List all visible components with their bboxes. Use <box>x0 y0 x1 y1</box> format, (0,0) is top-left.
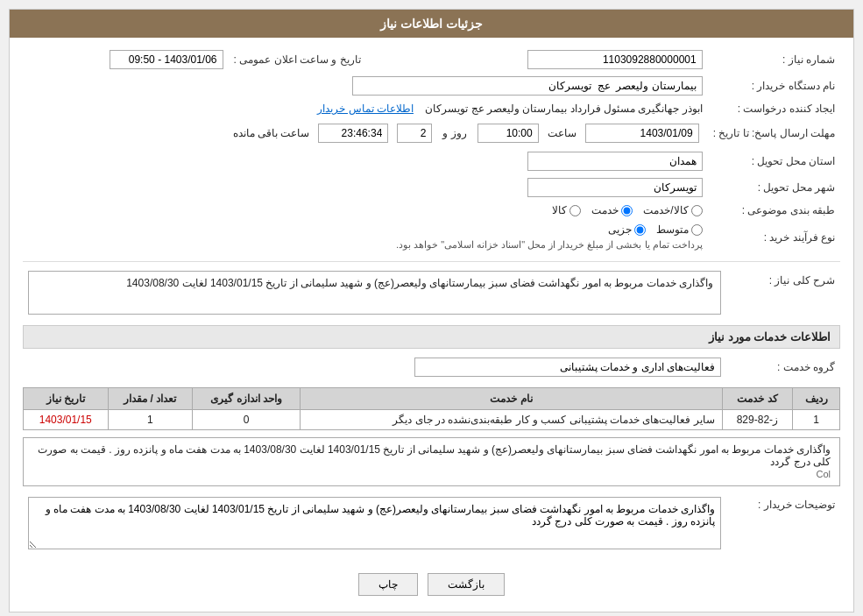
col-label: Col <box>816 469 831 479</box>
cell-row-num: 1 <box>793 410 840 430</box>
table-row: 1 ز-82-829 سایر فعالیت‌های خدمات پشتیبان… <box>24 410 840 430</box>
category-khadamat-label: خدمت <box>591 204 619 216</box>
category-kala-khadamat-radio[interactable] <box>691 205 703 216</box>
print-button[interactable]: چاپ <box>358 573 418 596</box>
deadline-time-input[interactable] <box>477 124 539 143</box>
province-input[interactable] <box>527 152 703 171</box>
need-number-label: شماره نیاز : <box>708 46 840 73</box>
category-kala-option[interactable]: کالا <box>552 204 581 216</box>
category-khadamat-option[interactable]: خدمت <box>591 204 633 216</box>
deadline-remaining-label: ساعت باقی مانده <box>233 127 310 139</box>
city-label: شهر محل تحویل : <box>708 174 840 201</box>
category-radio-group: کالا/خدمت خدمت کالا <box>28 204 703 216</box>
announce-date-label: تاریخ و ساعت اعلان عمومی : <box>229 46 366 73</box>
need-description-label: شرح کلی نیاز : <box>726 267 840 318</box>
city-input[interactable] <box>527 178 703 197</box>
services-table: ردیف کد خدمت نام خدمت واحد اندازه گیری ت… <box>23 387 840 430</box>
service-group-input[interactable] <box>414 358 721 377</box>
page-header: جزئیات اطلاعات نیاز <box>10 10 853 38</box>
cell-unit: 0 <box>192 410 301 430</box>
col-row-num: ردیف <box>793 388 840 410</box>
buyer-org-label: نام دستگاه خریدار : <box>708 73 840 99</box>
province-label: استان محل تحویل : <box>708 148 840 174</box>
buyer-org-input[interactable] <box>352 76 703 96</box>
cell-quantity: 1 <box>108 410 192 430</box>
col-unit: واحد اندازه گیری <box>192 388 301 410</box>
deadline-label: مهلت ارسال پاسخ: تا تاریخ : <box>708 118 840 148</box>
contact-link[interactable]: اطلاعات تماس خریدار <box>317 103 414 115</box>
process-motavsat-option[interactable]: متوسط <box>656 223 703 236</box>
cell-service-name: سایر فعالیت‌های خدمات پشتیبانی کسب و کار… <box>301 410 722 430</box>
announce-date-input[interactable] <box>110 50 223 69</box>
process-motavsat-label: متوسط <box>656 223 689 236</box>
process-jozi-label: جزیی <box>608 223 632 236</box>
category-kala-khadamat-label: کالا/خدمت <box>643 204 688 216</box>
category-kala-khadamat-option[interactable]: کالا/خدمت <box>643 204 702 216</box>
category-label: طبقه بندی موضوعی : <box>708 201 840 220</box>
need-description-text: واگذاری خدمات مربوط به امور نگهداشت فضای… <box>126 277 713 289</box>
service-info-title: اطلاعات خدمات مورد نیاز <box>23 325 840 349</box>
process-radio-group: متوسط جزیی <box>28 223 703 236</box>
need-description-box: واگذاری خدمات مربوط به امور نگهداشت فضای… <box>28 271 721 315</box>
deadline-days-input[interactable] <box>397 124 432 143</box>
process-label: نوع فرآیند خرید : <box>708 220 840 254</box>
col-service-code: کد خدمت <box>722 388 793 410</box>
process-jozi-radio[interactable] <box>634 224 646 236</box>
category-kala-radio[interactable] <box>569 205 581 216</box>
deadline-remaining-input <box>318 124 388 143</box>
creator-value: ابوذر جهانگیری مسئول فرارداد بیمارستان و… <box>425 103 702 115</box>
service-group-label: گروه خدمت : <box>726 354 840 380</box>
service-detail-text: واگذاری خدمات مربوط به امور نگهداشت فضای… <box>38 443 831 468</box>
cell-service-code: ز-82-829 <box>722 410 793 430</box>
deadline-days-label: روز و <box>442 127 466 139</box>
back-button[interactable]: بازگشت <box>428 573 505 596</box>
process-note: پرداخت تمام یا بخشی از مبلغ خریدار از مح… <box>396 239 703 250</box>
deadline-date-input[interactable] <box>585 124 699 143</box>
buyer-desc-label: توضیحات خریدار : <box>726 493 840 556</box>
cell-need-date: 1403/01/15 <box>24 410 109 430</box>
creator-label: ایجاد کننده درخواست : <box>708 99 840 118</box>
need-number-input[interactable] <box>527 50 703 69</box>
deadline-time-label: ساعت <box>548 127 577 139</box>
service-detail-box: واگذاری خدمات مربوط به امور نگهداشت فضای… <box>23 437 840 486</box>
col-service-name: نام خدمت <box>301 388 722 410</box>
page-title: جزئیات اطلاعات نیاز <box>380 17 483 31</box>
col-quantity: تعداد / مقدار <box>108 388 192 410</box>
col-need-date: تاریخ نیاز <box>24 388 109 410</box>
category-kala-label: کالا <box>552 204 567 216</box>
process-motavsat-radio[interactable] <box>691 224 703 236</box>
buttons-row: بازگشت چاپ <box>23 563 840 603</box>
buyer-desc-textarea[interactable] <box>28 497 721 549</box>
process-jozi-option[interactable]: جزیی <box>608 223 646 236</box>
category-khadamat-radio[interactable] <box>621 205 633 216</box>
